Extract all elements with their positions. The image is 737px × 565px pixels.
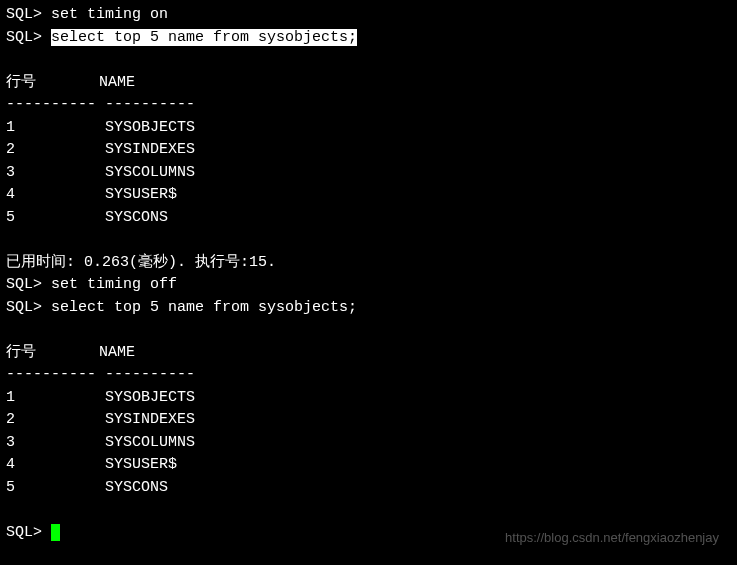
row-num: 3: [6, 434, 15, 451]
row-name: SYSINDEXES: [105, 411, 195, 428]
row-name: SYSOBJECTS: [105, 119, 195, 136]
table-row: 4 SYSUSER$: [6, 454, 731, 477]
blank-line: [6, 319, 731, 342]
sql-prompt: SQL>: [6, 29, 42, 46]
sql-prompt: SQL>: [6, 524, 42, 541]
row-num: 1: [6, 119, 15, 136]
table-row: 2 SYSINDEXES: [6, 139, 731, 162]
row-name: SYSUSER$: [105, 456, 177, 473]
row-name: SYSINDEXES: [105, 141, 195, 158]
row-name: SYSCONS: [105, 479, 168, 496]
col-rownum: 行号: [6, 344, 36, 361]
cmd-text: set timing on: [51, 6, 168, 23]
prompt-line-1: SQL> set timing on: [6, 4, 731, 27]
header-row: 行号 NAME: [6, 72, 731, 95]
prompt-line-2: SQL> select top 5 name from sysobjects;: [6, 27, 731, 50]
watermark-text: https://blog.csdn.net/fengxiaozhenjay: [505, 528, 719, 548]
blank-line: [6, 49, 731, 72]
row-num: 5: [6, 209, 15, 226]
table-row: 4 SYSUSER$: [6, 184, 731, 207]
row-num: 3: [6, 164, 15, 181]
divider-rownum: ----------: [6, 96, 96, 113]
table-row: 1 SYSOBJECTS: [6, 117, 731, 140]
table-row: 5 SYSCONS: [6, 477, 731, 500]
col-name: NAME: [99, 74, 135, 91]
highlighted-cmd: select top 5 name from sysobjects;: [51, 29, 357, 46]
row-name: SYSCOLUMNS: [105, 434, 195, 451]
cmd-text: select top 5 name from sysobjects;: [51, 299, 357, 316]
row-num: 4: [6, 456, 15, 473]
col-name: NAME: [99, 344, 135, 361]
cursor-icon[interactable]: [51, 524, 60, 541]
cmd-text: set timing off: [51, 276, 177, 293]
prompt-line-3: SQL> set timing off: [6, 274, 731, 297]
row-name: SYSOBJECTS: [105, 389, 195, 406]
sql-prompt: SQL>: [6, 276, 42, 293]
divider-rownum: ----------: [6, 366, 96, 383]
divider-row: ---------- ----------: [6, 94, 731, 117]
row-num: 2: [6, 411, 15, 428]
divider-name: ----------: [105, 366, 195, 383]
row-name: SYSUSER$: [105, 186, 177, 203]
row-num: 2: [6, 141, 15, 158]
header-row: 行号 NAME: [6, 342, 731, 365]
col-rownum: 行号: [6, 74, 36, 91]
blank-line: [6, 499, 731, 522]
row-num: 4: [6, 186, 15, 203]
prompt-line-4: SQL> select top 5 name from sysobjects;: [6, 297, 731, 320]
row-name: SYSCONS: [105, 209, 168, 226]
row-num: 1: [6, 389, 15, 406]
table-row: 1 SYSOBJECTS: [6, 387, 731, 410]
table-row: 2 SYSINDEXES: [6, 409, 731, 432]
table-row: 5 SYSCONS: [6, 207, 731, 230]
row-num: 5: [6, 479, 15, 496]
table-row: 3 SYSCOLUMNS: [6, 162, 731, 185]
timing-output: 已用时间: 0.263(毫秒). 执行号:15.: [6, 252, 731, 275]
table-row: 3 SYSCOLUMNS: [6, 432, 731, 455]
divider-name: ----------: [105, 96, 195, 113]
sql-prompt: SQL>: [6, 299, 42, 316]
divider-row: ---------- ----------: [6, 364, 731, 387]
row-name: SYSCOLUMNS: [105, 164, 195, 181]
sql-prompt: SQL>: [6, 6, 42, 23]
blank-line: [6, 229, 731, 252]
